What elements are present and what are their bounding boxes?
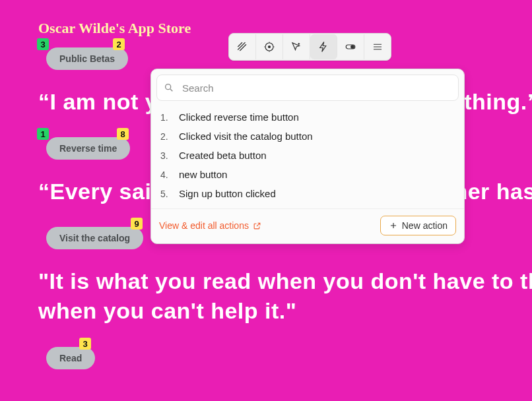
badge-green-3: 3 — [37, 38, 49, 50]
view-edit-all-link[interactable]: View & edit all actions — [159, 220, 261, 231]
list-item[interactable]: 1. Clicked reverse time button — [151, 108, 464, 127]
new-action-button[interactable]: New action — [380, 216, 456, 235]
badge-yellow-9: 9 — [131, 218, 143, 230]
public-betas-label: Public Betas — [59, 53, 115, 64]
list-item-label: new button — [179, 169, 227, 180]
list-item[interactable]: 2. Clicked visit the catalog button — [151, 127, 464, 146]
badge-yellow-3: 3 — [79, 338, 91, 350]
toggle-icon — [345, 41, 356, 53]
badge-yellow-8: 8 — [117, 128, 129, 140]
list-item[interactable]: 3. Created beta button — [151, 146, 464, 165]
list-item[interactable]: 5. Sign up button clicked — [151, 184, 464, 203]
list-item-number: 2. — [160, 131, 179, 142]
badge-green-1: 1 — [37, 128, 49, 140]
new-action-label: New action — [402, 220, 448, 231]
badge-yellow-2: 2 — [113, 38, 125, 50]
external-link-icon — [253, 222, 261, 230]
search-input[interactable] — [181, 82, 451, 94]
list-item-label: Clicked reverse time button — [179, 111, 299, 123]
toolbar-btn-target[interactable] — [256, 34, 283, 59]
toolbar-btn-toggle[interactable] — [337, 34, 364, 59]
action-list: 1. Clicked reverse time button 2. Clicke… — [151, 104, 464, 206]
read-button[interactable]: Read — [46, 347, 95, 369]
quote-3-line1: "It is what you read when you don't have… — [38, 268, 532, 294]
list-item-label: Clicked visit the catalog button — [179, 131, 313, 142]
visit-catalog-button[interactable]: Visit the catalog — [46, 227, 143, 249]
svg-point-4 — [166, 84, 171, 90]
visit-catalog-label: Visit the catalog — [59, 233, 130, 243]
plus-icon — [389, 221, 398, 230]
list-item-label: Sign up button clicked — [179, 188, 276, 199]
list-item[interactable]: 4. new button — [151, 165, 464, 184]
svg-point-3 — [351, 46, 354, 49]
toolbar-btn-lightning[interactable] — [310, 34, 337, 59]
target-icon — [263, 41, 275, 53]
diagonal-lines-icon — [236, 41, 248, 53]
public-betas-button[interactable]: Public Betas — [46, 47, 128, 70]
list-item-label: Created beta button — [179, 150, 267, 161]
list-item-number: 4. — [160, 170, 179, 180]
list-item-number: 5. — [160, 189, 179, 199]
view-edit-all-label: View & edit all actions — [159, 220, 249, 231]
list-item-number: 1. — [160, 112, 179, 123]
read-label: Read — [59, 353, 82, 363]
reverse-time-button[interactable]: Reverse time — [46, 137, 130, 160]
reverse-time-label: Reverse time — [59, 143, 117, 154]
toolbar-btn-cursor-sparkle[interactable] — [283, 34, 310, 59]
lightning-icon — [317, 41, 329, 53]
page-title: Oscar Wilde's App Store — [38, 20, 191, 37]
search-row[interactable] — [156, 75, 459, 101]
search-icon — [164, 82, 174, 93]
panel-footer: View & edit all actions New action — [151, 208, 464, 235]
cursor-sparkle-icon — [290, 41, 302, 53]
quote-3-line2: when you can't help it." — [38, 298, 296, 324]
svg-point-1 — [269, 46, 271, 48]
hamburger-icon — [372, 41, 383, 53]
toolbar-btn-menu[interactable] — [364, 34, 391, 59]
toolbar-btn-bars[interactable] — [229, 34, 256, 59]
actions-panel: 1. Clicked reverse time button 2. Clicke… — [150, 69, 465, 244]
list-item-number: 3. — [160, 150, 179, 161]
actions-toolbar — [228, 33, 391, 61]
